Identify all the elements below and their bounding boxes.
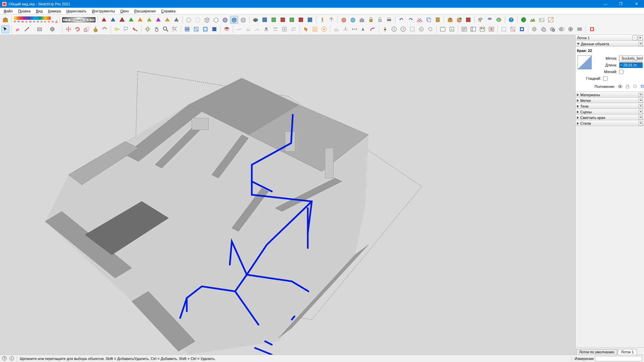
3dtext-icon[interactable]: A [360, 25, 368, 33]
pushpull-tool-icon[interactable] [92, 25, 100, 33]
solid-tools-3-icon[interactable] [548, 25, 556, 33]
section-tool-icon[interactable] [183, 25, 191, 33]
panel-close-icon[interactable]: ✕ [639, 93, 643, 97]
shaded-icon[interactable] [221, 16, 229, 24]
axes-icon[interactable] [341, 25, 350, 33]
solid-outer-icon[interactable] [477, 16, 485, 24]
house-icon[interactable] [358, 16, 366, 24]
photo-icon[interactable] [538, 16, 546, 24]
panel-entity-info[interactable]: Данные объекта ✕ [576, 41, 644, 47]
cut-icon[interactable] [416, 16, 424, 24]
layout-icon[interactable] [439, 25, 447, 33]
move-tool-icon[interactable] [64, 25, 72, 33]
undo-icon[interactable] [397, 16, 406, 24]
style-icon-8[interactable] [163, 16, 171, 24]
menu-draw[interactable]: Нарисовать [64, 8, 89, 14]
menu-extensions[interactable]: Расширения [132, 8, 158, 14]
style-icon-9[interactable] [172, 16, 180, 24]
component-icon[interactable] [340, 16, 348, 24]
select-tool-icon[interactable] [1, 25, 9, 33]
solid-tools-6-icon[interactable] [576, 25, 584, 33]
zoom-tool-icon[interactable] [162, 25, 170, 33]
style-icon-7[interactable] [154, 16, 162, 24]
redo-icon[interactable] [407, 16, 415, 24]
left-view-icon[interactable] [297, 16, 305, 24]
layers-icon[interactable] [223, 25, 231, 33]
monochrome-icon[interactable] [239, 16, 247, 24]
hiddenline-icon[interactable] [212, 16, 220, 24]
shaded-textures-icon[interactable] [230, 16, 238, 24]
status-help-icon[interactable]: ? [2, 356, 7, 361]
match-icon[interactable] [547, 16, 555, 24]
solid-union-icon[interactable] [495, 16, 503, 24]
menu-file[interactable]: Файл [1, 8, 15, 14]
solid-tools-1-icon[interactable] [530, 25, 538, 33]
style-icon-2[interactable] [109, 16, 117, 24]
scale-tool-icon[interactable] [83, 25, 91, 33]
backedges-icon[interactable] [194, 16, 202, 24]
share-icon[interactable] [455, 16, 463, 24]
tray-pin-icon[interactable]: ▫ [633, 36, 637, 40]
style-icon-1[interactable] [100, 16, 108, 24]
panel-shadows[interactable]: Тени✕ [576, 103, 644, 109]
sandbox-contours-icon[interactable] [235, 25, 243, 33]
zoom-window-icon[interactable] [408, 25, 416, 33]
viewport-3d[interactable] [0, 35, 575, 355]
section-cut-icon[interactable] [201, 25, 209, 33]
right-view-icon[interactable] [279, 16, 287, 24]
unlock-icon[interactable] [376, 16, 384, 24]
iso-view-icon[interactable] [252, 16, 260, 24]
time-slider[interactable]: 07:57 AM Полдень 04:28 PM [62, 17, 96, 22]
panel-close-icon[interactable]: ✕ [639, 116, 643, 120]
components-panel-icon[interactable] [487, 25, 495, 33]
select-inv-icon[interactable] [518, 25, 526, 33]
measurements-input[interactable] [595, 356, 642, 361]
copy-icon[interactable] [425, 16, 433, 24]
style-icon-5[interactable] [136, 16, 144, 24]
menu-edit[interactable]: Правка [16, 8, 33, 14]
panel-tags[interactable]: Метки✕ [576, 98, 644, 103]
section-fill-icon[interactable] [210, 25, 218, 33]
offset-tool-icon[interactable] [101, 25, 109, 33]
panel-close-icon[interactable]: ✕ [639, 99, 643, 103]
top-view-icon[interactable] [261, 16, 269, 24]
paste-icon[interactable] [434, 16, 442, 24]
menu-camera[interactable]: Камера [46, 8, 63, 14]
solid-intersect-icon[interactable] [486, 16, 494, 24]
next-view-icon[interactable] [399, 25, 407, 33]
solid-tools-5-icon[interactable] [567, 25, 575, 33]
front-view-icon[interactable] [270, 16, 278, 24]
text-tool-icon[interactable] [122, 25, 130, 33]
zoomextents-tool-icon[interactable] [171, 25, 179, 33]
menu-tools[interactable]: Инструменты [90, 8, 117, 14]
outliner-icon[interactable] [460, 25, 468, 33]
tag-select[interactable]: Sockets_bedroom [619, 56, 643, 61]
style-icon-4[interactable] [127, 16, 135, 24]
wireframe-icon[interactable] [203, 16, 211, 24]
materials-panel-icon[interactable] [478, 25, 486, 33]
orbit-tool-icon[interactable] [144, 25, 152, 33]
warehouse-icon[interactable] [1, 16, 9, 24]
soft-checkbox[interactable] [619, 70, 624, 74]
toggle-lock-icon[interactable] [625, 84, 630, 89]
tray-tab-1[interactable]: Лоток 1 [618, 349, 637, 355]
toggle-shadows-icon[interactable] [632, 84, 638, 89]
toggle-hidden-icon[interactable] [640, 84, 644, 89]
circle-tool-icon[interactable] [48, 25, 56, 33]
toggle-visible-icon[interactable] [618, 84, 623, 89]
select-none-icon[interactable] [509, 25, 517, 33]
style-icon-3[interactable] [118, 16, 126, 24]
export-icon[interactable] [448, 25, 456, 33]
3dwarehouse-icon[interactable] [446, 16, 454, 24]
dc-interact-icon[interactable] [302, 25, 310, 33]
panel-close-icon[interactable]: ✕ [639, 121, 643, 125]
panel-close-icon[interactable]: ✕ [639, 110, 643, 114]
menu-view[interactable]: Вид [34, 8, 45, 14]
print-icon[interactable] [385, 16, 393, 24]
lock-icon[interactable] [367, 16, 375, 24]
sandbox-detail-icon[interactable] [280, 25, 288, 33]
month-slider[interactable] [14, 16, 51, 20]
panel-close-icon[interactable]: ✕ [639, 42, 643, 46]
protractor-icon[interactable] [332, 25, 340, 33]
panel-materials[interactable]: Материалы✕ [576, 92, 644, 98]
